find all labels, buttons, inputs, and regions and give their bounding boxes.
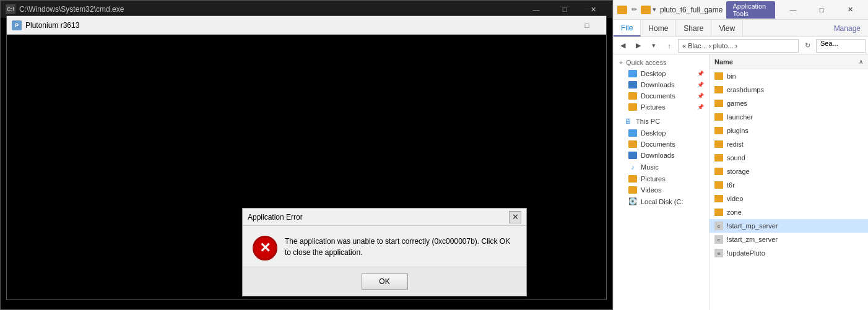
file-name: t6r: [727, 181, 735, 189]
explorer-titlebar: ✏ ▾ pluto_t6_full_game Application Tools…: [614, 0, 868, 20]
file-item[interactable]: e!start_zm_server: [710, 233, 868, 246]
collapse-icon[interactable]: ∧: [859, 58, 863, 65]
explorer-maximize[interactable]: □: [807, 1, 836, 19]
refresh-btn[interactable]: ↻: [801, 39, 814, 53]
plutonium-minimize[interactable]: —: [573, 0, 601, 17]
file-name: !start_zm_server: [727, 236, 778, 243]
pin-icon-pictures1: 📌: [697, 104, 704, 110]
plutonium-title: Plutonium r3613: [25, 21, 573, 30]
app-tools-tab[interactable]: Application Tools: [726, 1, 775, 19]
explorer-main: ★ Quick access Desktop 📌 Downloads 📌 Doc…: [614, 54, 868, 310]
nav-item-local-disk[interactable]: 💽 Local Disk (C:: [614, 196, 709, 208]
folder-icon: [714, 72, 723, 80]
ribbon-tab-home[interactable]: Home: [641, 20, 676, 37]
plutonium-window: P Plutonium r3613 — □ ✕ Application Erro…: [6, 15, 607, 300]
pin-icon-downloads1: 📌: [697, 82, 704, 88]
folder-icon: [714, 140, 723, 148]
nav-item-pictures2[interactable]: Pictures: [614, 173, 709, 184]
nav-item-downloads1[interactable]: Downloads 📌: [614, 79, 709, 90]
nav-item-documents1[interactable]: Documents 📌: [614, 90, 709, 101]
nav-item-videos[interactable]: Videos: [614, 184, 709, 196]
nav-item-this-pc[interactable]: 🖥 This PC: [614, 115, 709, 127]
file-name: games: [727, 100, 747, 107]
file-item[interactable]: zone: [710, 205, 868, 219]
music-icon: ♪: [628, 163, 637, 171]
cmd-title: C:\Windows\System32\cmd.exe: [19, 5, 522, 14]
error-close-button[interactable]: ✕: [509, 211, 521, 223]
error-titlebar: Application Error ✕: [243, 209, 526, 226]
file-name: plugins: [727, 127, 749, 134]
folder-icon: [714, 168, 723, 175]
ribbon-tab-manage[interactable]: Manage: [827, 20, 868, 37]
folder-icon-1: [617, 6, 627, 14]
file-item[interactable]: launcher: [710, 110, 868, 124]
ok-button[interactable]: OK: [362, 273, 408, 290]
nav-item-music[interactable]: ♪ Music: [614, 161, 709, 173]
ribbon-tab-share[interactable]: Share: [676, 20, 711, 37]
file-item[interactable]: e!updatePluto: [710, 246, 868, 260]
address-bar[interactable]: « Blac... › pluto... ›: [678, 39, 799, 53]
file-item[interactable]: plugins: [710, 124, 868, 137]
search-placeholder: Sea...: [820, 40, 838, 47]
nav-dropdown[interactable]: ▾: [647, 39, 661, 53]
nav-item-pictures1[interactable]: Pictures 📌: [614, 101, 709, 113]
explorer-close[interactable]: ✕: [836, 1, 864, 19]
search-box[interactable]: Sea...: [816, 39, 866, 53]
arrow-icon: ▾: [653, 6, 656, 14]
files-header: Name ∧: [710, 54, 868, 69]
nav-label-pictures2: Pictures: [641, 175, 666, 183]
nav-label-pictures1: Pictures: [641, 103, 666, 111]
folder-icon-desktop1: [628, 70, 637, 77]
file-item[interactable]: sound: [710, 151, 868, 165]
folder-icon: [714, 100, 723, 107]
this-pc-icon: 🖥: [623, 117, 632, 126]
nav-label-videos: Videos: [641, 186, 661, 194]
nav-label-downloads2: Downloads: [641, 152, 674, 159]
plutonium-maximize[interactable]: □: [573, 17, 601, 34]
quick-access-header: ★ Quick access: [614, 57, 709, 68]
folder-icon-videos: [628, 186, 637, 194]
ribbon-tab-view[interactable]: View: [711, 20, 743, 37]
error-message: The application was unable to start corr…: [285, 236, 516, 258]
exe-icon: e: [714, 235, 723, 244]
nav-item-desktop1[interactable]: Desktop 📌: [614, 68, 709, 79]
file-name: !updatePluto: [727, 249, 765, 257]
folder-icon-documents1: [628, 92, 637, 100]
file-name: crashdumps: [727, 86, 764, 93]
nav-item-desktop2[interactable]: Desktop: [614, 127, 709, 139]
nav-item-downloads2[interactable]: Downloads: [614, 150, 709, 161]
nav-label-local-disk: Local Disk (C:: [641, 198, 683, 205]
nav-forward[interactable]: ▶: [631, 39, 645, 53]
plutonium-content: Application Error ✕ ✕ The application wa…: [7, 35, 606, 299]
files-header-name: Name: [714, 58, 733, 66]
file-name: redist: [727, 140, 744, 148]
file-item[interactable]: crashdumps: [710, 83, 868, 97]
file-item[interactable]: games: [710, 97, 868, 110]
file-list: bincrashdumpsgameslauncherpluginsredists…: [710, 69, 868, 260]
file-item[interactable]: video: [710, 192, 868, 205]
folder-icon: [714, 113, 723, 121]
file-item[interactable]: e!start_mp_server: [710, 219, 868, 233]
ribbon-tab-file[interactable]: File: [614, 20, 641, 37]
nav-item-documents2[interactable]: Documents: [614, 139, 709, 150]
file-item[interactable]: t6r: [710, 178, 868, 192]
nav-label-music: Music: [641, 163, 659, 171]
nav-label-desktop2: Desktop: [641, 129, 666, 137]
nav-label-this-pc: This PC: [636, 118, 660, 125]
nav-label-desktop1: Desktop: [641, 70, 666, 77]
explorer-folder-icons: ✏ ▾: [617, 5, 656, 15]
file-item[interactable]: bin: [710, 69, 868, 83]
explorer-minimize[interactable]: —: [779, 1, 807, 19]
nav-up[interactable]: ↑: [662, 39, 676, 53]
error-icon: ✕: [253, 236, 277, 260]
explorer-controls: — □ ✕: [779, 1, 864, 19]
file-item[interactable]: redist: [710, 137, 868, 151]
exe-icon: e: [714, 222, 723, 230]
folder-icon: [714, 86, 723, 93]
folder-icon: [714, 127, 723, 134]
explorer-address-bar: ◀ ▶ ▾ ↑ « Blac... › pluto... › ↻ Sea...: [614, 37, 868, 54]
nav-back[interactable]: ◀: [616, 39, 630, 53]
exe-icon: e: [714, 249, 723, 257]
file-item[interactable]: storage: [710, 165, 868, 178]
nav-label-documents1: Documents: [641, 92, 675, 100]
